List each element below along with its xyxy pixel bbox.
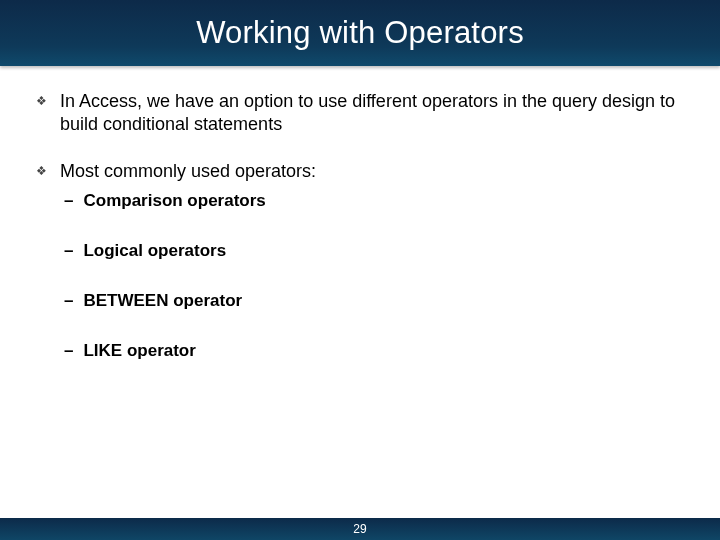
sub-item: – LIKE operator: [36, 341, 684, 361]
bullet-item: ❖ In Access, we have an option to use di…: [36, 90, 684, 136]
dash-icon: –: [64, 191, 73, 211]
slide: Working with Operators ❖ In Access, we h…: [0, 0, 720, 540]
title-bar: Working with Operators: [0, 0, 720, 66]
bullet-item: ❖ Most commonly used operators:: [36, 160, 684, 183]
diamond-bullet-icon: ❖: [36, 166, 46, 176]
slide-title: Working with Operators: [196, 15, 524, 51]
sub-item: – BETWEEN operator: [36, 291, 684, 311]
diamond-bullet-icon: ❖: [36, 96, 46, 106]
sub-item: – Comparison operators: [36, 191, 684, 211]
sub-item-text: Comparison operators: [83, 191, 265, 211]
sub-item: – Logical operators: [36, 241, 684, 261]
page-number: 29: [353, 522, 366, 536]
dash-icon: –: [64, 241, 73, 261]
sub-item-text: BETWEEN operator: [83, 291, 242, 311]
sub-list: – Comparison operators – Logical operato…: [36, 191, 684, 361]
bullet-text: In Access, we have an option to use diff…: [60, 90, 684, 136]
bullet-text: Most commonly used operators:: [60, 160, 316, 183]
slide-body: ❖ In Access, we have an option to use di…: [0, 66, 720, 540]
sub-item-text: LIKE operator: [83, 341, 195, 361]
dash-icon: –: [64, 341, 73, 361]
sub-item-text: Logical operators: [83, 241, 226, 261]
dash-icon: –: [64, 291, 73, 311]
footer-bar: 29: [0, 518, 720, 540]
